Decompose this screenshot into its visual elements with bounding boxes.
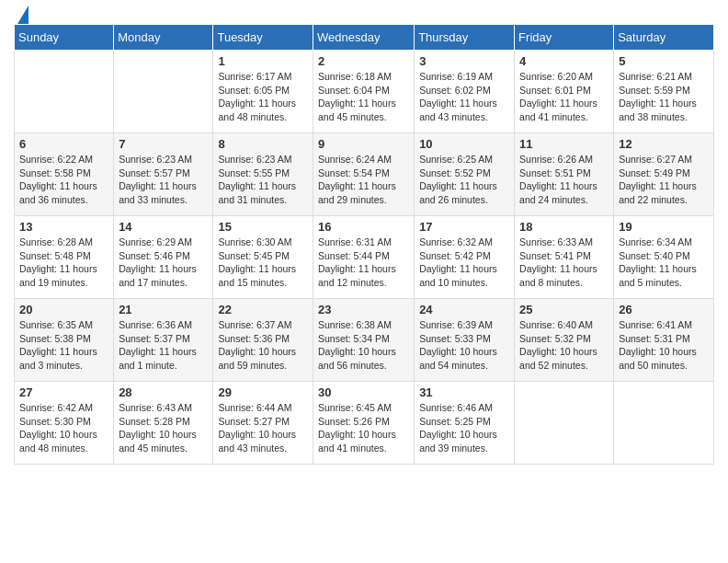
calendar-cell: 16Sunrise: 6:31 AMSunset: 5:44 PMDayligh…	[313, 216, 415, 299]
day-number: 1	[218, 54, 308, 68]
day-info: Sunrise: 6:39 AMSunset: 5:33 PMDaylight:…	[419, 318, 509, 373]
day-number: 11	[519, 137, 609, 151]
day-number: 5	[619, 54, 709, 68]
day-number: 28	[119, 385, 208, 399]
calendar-cell: 5Sunrise: 6:21 AMSunset: 5:59 PMDaylight…	[614, 51, 714, 133]
day-info: Sunrise: 6:26 AMSunset: 5:51 PMDaylight:…	[519, 153, 609, 207]
calendar-cell: 21Sunrise: 6:36 AMSunset: 5:37 PMDayligh…	[114, 299, 213, 382]
calendar-cell: 10Sunrise: 6:25 AMSunset: 5:52 PMDayligh…	[415, 133, 515, 216]
calendar-cell: 24Sunrise: 6:39 AMSunset: 5:33 PMDayligh…	[415, 299, 515, 382]
day-info: Sunrise: 6:33 AMSunset: 5:41 PMDaylight:…	[519, 236, 609, 290]
day-number: 15	[218, 220, 308, 234]
day-number: 12	[619, 137, 709, 151]
calendar-cell: 18Sunrise: 6:33 AMSunset: 5:41 PMDayligh…	[515, 216, 614, 299]
calendar-cell: 7Sunrise: 6:23 AMSunset: 5:57 PMDaylight…	[114, 133, 213, 216]
day-info: Sunrise: 6:23 AMSunset: 5:57 PMDaylight:…	[119, 153, 208, 207]
day-number: 19	[619, 220, 709, 234]
calendar-header: SundayMondayTuesdayWednesdayThursdayFrid…	[15, 25, 714, 51]
day-number: 16	[318, 220, 409, 234]
day-number: 13	[19, 220, 108, 234]
weekday-header: Friday	[515, 25, 614, 51]
day-number: 8	[218, 137, 308, 151]
calendar-cell: 19Sunrise: 6:34 AMSunset: 5:40 PMDayligh…	[614, 216, 714, 299]
day-number: 26	[619, 303, 709, 316]
day-info: Sunrise: 6:27 AMSunset: 5:49 PMDaylight:…	[619, 153, 709, 207]
calendar-cell: 13Sunrise: 6:28 AMSunset: 5:48 PMDayligh…	[15, 216, 114, 299]
calendar-week-row: 20Sunrise: 6:35 AMSunset: 5:38 PMDayligh…	[15, 299, 714, 382]
day-info: Sunrise: 6:37 AMSunset: 5:36 PMDaylight:…	[218, 318, 308, 373]
calendar-cell: 4Sunrise: 6:20 AMSunset: 6:01 PMDaylight…	[515, 51, 614, 133]
calendar-cell: 12Sunrise: 6:27 AMSunset: 5:49 PMDayligh…	[614, 133, 714, 216]
day-info: Sunrise: 6:24 AMSunset: 5:54 PMDaylight:…	[318, 153, 409, 207]
page-header	[14, 9, 714, 17]
calendar-cell	[614, 382, 714, 465]
day-info: Sunrise: 6:42 AMSunset: 5:30 PMDaylight:…	[19, 401, 108, 455]
day-info: Sunrise: 6:45 AMSunset: 5:26 PMDaylight:…	[318, 401, 409, 455]
logo-triangle-icon	[17, 6, 28, 24]
calendar-cell: 17Sunrise: 6:32 AMSunset: 5:42 PMDayligh…	[415, 216, 515, 299]
calendar-cell: 27Sunrise: 6:42 AMSunset: 5:30 PMDayligh…	[15, 382, 114, 465]
day-number: 4	[519, 54, 609, 68]
calendar-cell: 28Sunrise: 6:43 AMSunset: 5:28 PMDayligh…	[114, 382, 213, 465]
day-info: Sunrise: 6:18 AMSunset: 6:04 PMDaylight:…	[318, 70, 409, 124]
day-info: Sunrise: 6:23 AMSunset: 5:55 PMDaylight:…	[218, 153, 308, 207]
day-info: Sunrise: 6:20 AMSunset: 6:01 PMDaylight:…	[519, 70, 609, 124]
day-info: Sunrise: 6:36 AMSunset: 5:37 PMDaylight:…	[119, 318, 208, 373]
weekday-header: Thursday	[415, 25, 515, 51]
weekday-header: Sunday	[15, 25, 114, 51]
day-info: Sunrise: 6:34 AMSunset: 5:40 PMDaylight:…	[619, 236, 709, 290]
day-number: 6	[19, 137, 108, 151]
day-number: 25	[519, 303, 609, 316]
calendar-cell	[15, 51, 114, 133]
day-info: Sunrise: 6:38 AMSunset: 5:34 PMDaylight:…	[318, 318, 409, 373]
calendar-cell: 29Sunrise: 6:44 AMSunset: 5:27 PMDayligh…	[213, 382, 313, 465]
calendar-cell: 31Sunrise: 6:46 AMSunset: 5:25 PMDayligh…	[415, 382, 515, 465]
calendar-week-row: 27Sunrise: 6:42 AMSunset: 5:30 PMDayligh…	[15, 382, 714, 465]
calendar-cell: 25Sunrise: 6:40 AMSunset: 5:32 PMDayligh…	[515, 299, 614, 382]
day-info: Sunrise: 6:32 AMSunset: 5:42 PMDaylight:…	[419, 236, 509, 290]
calendar-cell: 23Sunrise: 6:38 AMSunset: 5:34 PMDayligh…	[313, 299, 415, 382]
calendar-cell: 11Sunrise: 6:26 AMSunset: 5:51 PMDayligh…	[515, 133, 614, 216]
day-info: Sunrise: 6:31 AMSunset: 5:44 PMDaylight:…	[318, 236, 409, 290]
calendar-cell: 8Sunrise: 6:23 AMSunset: 5:55 PMDaylight…	[213, 133, 313, 216]
day-number: 31	[419, 385, 509, 399]
weekday-header: Tuesday	[213, 25, 313, 51]
day-info: Sunrise: 6:43 AMSunset: 5:28 PMDaylight:…	[119, 401, 208, 455]
day-info: Sunrise: 6:28 AMSunset: 5:48 PMDaylight:…	[19, 236, 108, 290]
calendar-cell: 3Sunrise: 6:19 AMSunset: 6:02 PMDaylight…	[415, 51, 515, 133]
day-number: 29	[218, 385, 308, 399]
day-number: 24	[419, 303, 509, 316]
calendar-cell: 20Sunrise: 6:35 AMSunset: 5:38 PMDayligh…	[15, 299, 114, 382]
day-info: Sunrise: 6:35 AMSunset: 5:38 PMDaylight:…	[19, 318, 108, 373]
day-number: 27	[19, 385, 108, 399]
day-number: 22	[218, 303, 308, 316]
day-info: Sunrise: 6:46 AMSunset: 5:25 PMDaylight:…	[419, 401, 509, 455]
logo	[14, 9, 28, 17]
day-number: 7	[119, 137, 208, 151]
calendar-cell: 1Sunrise: 6:17 AMSunset: 6:05 PMDaylight…	[213, 51, 313, 133]
day-info: Sunrise: 6:19 AMSunset: 6:02 PMDaylight:…	[419, 70, 509, 124]
day-number: 3	[419, 54, 509, 68]
calendar-cell: 22Sunrise: 6:37 AMSunset: 5:36 PMDayligh…	[213, 299, 313, 382]
day-number: 17	[419, 220, 509, 234]
calendar-cell	[515, 382, 614, 465]
calendar-cell: 9Sunrise: 6:24 AMSunset: 5:54 PMDaylight…	[313, 133, 415, 216]
day-number: 2	[318, 54, 409, 68]
day-info: Sunrise: 6:25 AMSunset: 5:52 PMDaylight:…	[419, 153, 509, 207]
day-number: 23	[318, 303, 409, 316]
day-info: Sunrise: 6:21 AMSunset: 5:59 PMDaylight:…	[619, 70, 709, 124]
calendar-cell: 26Sunrise: 6:41 AMSunset: 5:31 PMDayligh…	[614, 299, 714, 382]
day-number: 30	[318, 385, 409, 399]
day-number: 18	[519, 220, 609, 234]
calendar-week-row: 1Sunrise: 6:17 AMSunset: 6:05 PMDaylight…	[15, 51, 714, 133]
calendar-week-row: 13Sunrise: 6:28 AMSunset: 5:48 PMDayligh…	[15, 216, 714, 299]
day-number: 20	[19, 303, 108, 316]
day-info: Sunrise: 6:17 AMSunset: 6:05 PMDaylight:…	[218, 70, 308, 124]
calendar-cell: 30Sunrise: 6:45 AMSunset: 5:26 PMDayligh…	[313, 382, 415, 465]
calendar-cell: 15Sunrise: 6:30 AMSunset: 5:45 PMDayligh…	[213, 216, 313, 299]
calendar-cell: 14Sunrise: 6:29 AMSunset: 5:46 PMDayligh…	[114, 216, 213, 299]
weekday-header: Wednesday	[313, 25, 415, 51]
day-info: Sunrise: 6:30 AMSunset: 5:45 PMDaylight:…	[218, 236, 308, 290]
day-info: Sunrise: 6:41 AMSunset: 5:31 PMDaylight:…	[619, 318, 709, 373]
day-number: 21	[119, 303, 208, 316]
